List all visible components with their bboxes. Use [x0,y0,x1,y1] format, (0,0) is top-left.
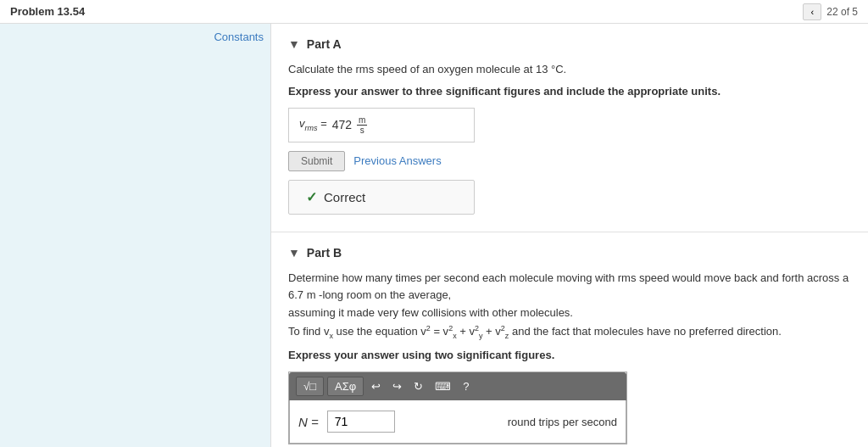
nav-controls: ‹ 22 of 5 [803,3,858,20]
part-a-title: Part A [307,37,342,51]
page-counter: 22 of 5 [826,6,858,18]
part-a-btn-row: Submit Previous Answers [288,151,851,171]
keyboard-icon[interactable]: ⌨ [431,377,455,395]
part-b-collapse-arrow[interactable]: ▼ [288,246,300,260]
reset-icon[interactable]: ↻ [409,377,427,395]
part-a-section: ▼ Part A Calculate the rms speed of an o… [271,24,868,232]
part-a-answer-value: 472 [332,118,352,131]
help-icon[interactable]: ? [459,377,473,395]
part-b-instruction: Express your answer using two significan… [288,349,851,361]
main-layout: Constants ▼ Part A Calculate the rms spe… [0,24,868,447]
redo-icon[interactable]: ↪ [388,377,406,395]
part-b-section: ▼ Part B Determine how many times per se… [271,232,868,448]
n-label: N = [298,415,319,429]
prev-button[interactable]: ‹ [803,3,821,20]
part-a-prev-answers-link[interactable]: Previous Answers [353,154,441,167]
undo-icon[interactable]: ↩ [367,377,385,395]
correct-box: ✓ Correct [288,180,475,215]
part-a-answer-unit: ms [357,115,367,135]
part-a-answer-box: vrms = 472 ms [288,108,475,142]
sigma-icon: ΑΣφ [335,380,356,393]
top-bar: Problem 13.54 ‹ 22 of 5 [0,0,868,24]
sqrt-icon: √□ [303,380,316,393]
part-b-header: ▼ Part B [288,246,851,260]
sidebar: Constants [0,24,271,447]
part-a-answer-label: vrms = [299,117,327,132]
answer-input[interactable] [327,411,395,433]
sqrt-button[interactable]: √□ [296,377,324,396]
math-input-container: √□ ΑΣφ ↩ ↪ ↻ ⌨ ? N = round trips per sec… [288,372,627,444]
part-a-collapse-arrow[interactable]: ▼ [288,37,300,51]
part-a-header: ▼ Part A [288,37,851,51]
constants-link[interactable]: Constants [214,31,264,43]
math-input-area: N = round trips per second [289,400,626,444]
content-area: ▼ Part A Calculate the rms speed of an o… [271,24,868,447]
correct-text: Correct [324,190,365,204]
part-a-instruction: Express your answer to three significant… [288,85,851,98]
part-a-question: Calculate the rms speed of an oxygen mol… [288,61,851,78]
unit-label: round trips per second [508,416,617,428]
math-toolbar: √□ ΑΣφ ↩ ↪ ↻ ⌨ ? [289,372,626,400]
check-icon: ✓ [306,189,317,205]
symbol-button[interactable]: ΑΣφ [327,377,364,396]
part-b-description: Determine how many times per second each… [288,270,851,343]
part-b-title: Part B [307,246,342,260]
part-a-submit-button[interactable]: Submit [288,151,345,171]
problem-title: Problem 13.54 [10,5,85,18]
